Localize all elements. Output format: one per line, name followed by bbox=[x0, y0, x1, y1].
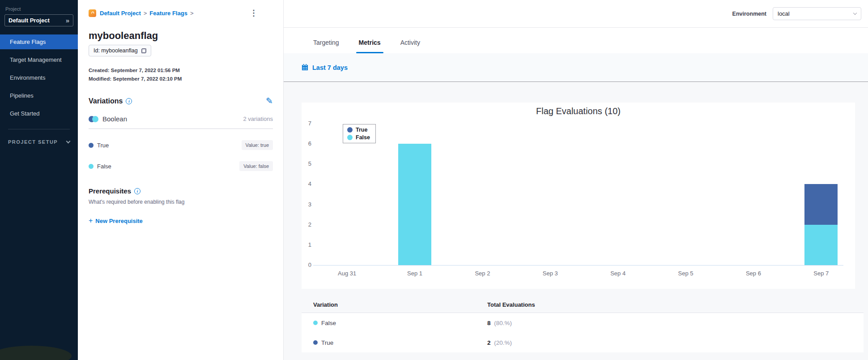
sidebar-item-pipelines[interactable]: Pipelines bbox=[0, 88, 78, 103]
y-axis-tick: 5 bbox=[302, 160, 311, 167]
table-header-total-evaluations: Total Evaluations bbox=[487, 301, 535, 308]
main-panel: Environment local Targeting Metrics Acti… bbox=[284, 0, 868, 360]
legend-item-false[interactable]: False bbox=[347, 134, 370, 141]
table-cell-variation: False bbox=[321, 320, 336, 326]
x-axis-label: Sep 3 bbox=[523, 270, 577, 277]
table-header-variation: Variation bbox=[302, 301, 487, 308]
date-range-label: Last 7 days bbox=[312, 64, 348, 71]
sidebar-item-environments[interactable]: Environments bbox=[0, 70, 78, 85]
copy-icon[interactable] bbox=[141, 48, 146, 53]
sidebar-item-get-started[interactable]: Get Started bbox=[0, 106, 78, 121]
more-options-icon[interactable]: ⋮ bbox=[250, 9, 258, 17]
info-icon[interactable]: i bbox=[134, 188, 140, 194]
environment-select[interactable]: local bbox=[773, 7, 861, 20]
x-axis-label: Sep 7 bbox=[794, 270, 848, 277]
table-row: True 2 (20.%) bbox=[302, 333, 864, 352]
edit-variations-pencil-icon[interactable]: ✎ bbox=[266, 97, 273, 105]
chevron-down-icon bbox=[853, 11, 857, 15]
chart-legend: True False bbox=[343, 124, 376, 143]
table-cell-count: 2 bbox=[487, 339, 491, 346]
created-timestamp: Created: September 7, 2022 01:56 PM bbox=[89, 66, 273, 75]
flag-id-text: Id: mybooleanflag bbox=[94, 47, 138, 54]
variation-name: True bbox=[97, 142, 109, 149]
boolean-variation-icon bbox=[89, 116, 98, 122]
false-color-dot bbox=[89, 164, 94, 169]
legend-false-label: False bbox=[356, 134, 370, 141]
true-color-dot bbox=[313, 340, 318, 345]
breadcrumb-separator: > bbox=[144, 10, 147, 17]
bar-true-sep-7 bbox=[804, 184, 838, 224]
project-sidebar: Project Default Project » Feature Flags … bbox=[0, 0, 78, 360]
breadcrumb-separator: > bbox=[190, 10, 194, 17]
project-setup-toggle[interactable]: PROJECT SETUP bbox=[8, 139, 70, 145]
sidebar-decoration bbox=[0, 346, 72, 360]
environment-header: Environment local bbox=[284, 0, 868, 28]
y-axis-tick: 1 bbox=[302, 241, 311, 248]
variations-heading: Variations bbox=[89, 97, 123, 105]
tab-targeting[interactable]: Targeting bbox=[313, 39, 339, 53]
flag-id-chip[interactable]: Id: mybooleanflag bbox=[89, 45, 151, 56]
variation-row-false: False Value: false bbox=[89, 161, 273, 171]
table-cell-variation: True bbox=[321, 339, 333, 346]
environment-value: local bbox=[778, 10, 790, 17]
new-prerequisite-button[interactable]: + New Prerequisite bbox=[89, 217, 143, 225]
legend-true-dot bbox=[347, 127, 353, 133]
x-axis-label: Aug 31 bbox=[320, 270, 374, 277]
flag-timestamps: Created: September 7, 2022 01:56 PM Modi… bbox=[89, 66, 273, 83]
y-axis-tick: 3 bbox=[302, 201, 311, 208]
legend-false-dot bbox=[347, 135, 353, 140]
x-axis-label: Sep 2 bbox=[455, 270, 509, 277]
info-icon[interactable]: i bbox=[126, 98, 132, 104]
breadcrumb-feature-flags[interactable]: Feature Flags bbox=[149, 10, 187, 17]
project-label: Project bbox=[5, 6, 78, 12]
variation-type-label: Boolean bbox=[102, 115, 127, 123]
feature-flags-logo-icon bbox=[89, 9, 96, 17]
section-gap bbox=[302, 289, 868, 296]
table-cell-percent: (20.%) bbox=[494, 339, 512, 346]
project-selector[interactable]: Default Project » bbox=[4, 14, 73, 26]
plus-icon: + bbox=[89, 217, 93, 225]
variation-row-true: True Value: true bbox=[89, 140, 273, 150]
breadcrumb: Default Project > Feature Flags > bbox=[89, 9, 193, 17]
table-cell-count: 8 bbox=[487, 320, 491, 326]
tab-metrics[interactable]: Metrics bbox=[359, 39, 381, 53]
y-axis-tick: 7 bbox=[302, 120, 311, 127]
environment-label: Environment bbox=[732, 11, 766, 17]
x-axis-label: Sep 4 bbox=[591, 270, 645, 277]
sidebar-item-target-management[interactable]: Target Management bbox=[0, 52, 78, 67]
true-color-dot bbox=[89, 143, 94, 148]
flag-tabs: Targeting Metrics Activity bbox=[284, 28, 868, 53]
sidebar-divider bbox=[8, 129, 70, 129]
false-color-dot bbox=[313, 321, 318, 325]
evaluations-table: Variation Total Evaluations False 8 (80.… bbox=[302, 296, 864, 352]
x-axis-label: Sep 6 bbox=[727, 270, 780, 277]
variation-value-badge: Value: false bbox=[239, 161, 273, 171]
modified-timestamp: Modified: September 7, 2022 02:10 PM bbox=[89, 75, 273, 83]
prerequisites-description: What's required before enabling this fla… bbox=[89, 199, 273, 205]
legend-true-label: True bbox=[356, 127, 367, 133]
y-axis-tick: 6 bbox=[302, 140, 311, 147]
table-row: False 8 (80.%) bbox=[302, 313, 864, 333]
x-axis-label: Sep 5 bbox=[659, 270, 713, 277]
calendar-icon bbox=[302, 64, 308, 71]
double-chevron-right-icon: » bbox=[66, 17, 69, 24]
breadcrumb-default-project[interactable]: Default Project bbox=[100, 10, 141, 17]
flag-detail-panel: Default Project > Feature Flags > ⋮ mybo… bbox=[78, 0, 284, 360]
date-range-filter[interactable]: Last 7 days bbox=[284, 53, 868, 82]
table-header-row: Variation Total Evaluations bbox=[302, 296, 864, 313]
chart-title: Flag Evaluations (10) bbox=[302, 106, 855, 116]
flag-title: mybooleanflag bbox=[89, 30, 273, 42]
variation-name: False bbox=[97, 163, 111, 170]
variation-type-row: Boolean 2 variations bbox=[89, 115, 273, 129]
y-axis-tick: 2 bbox=[302, 221, 311, 228]
variation-value-badge: Value: true bbox=[242, 140, 273, 150]
project-setup-label: PROJECT SETUP bbox=[8, 139, 58, 145]
sidebar-item-feature-flags[interactable]: Feature Flags bbox=[0, 34, 78, 49]
chart-card: Flag Evaluations (10) True False 0123456… bbox=[302, 103, 855, 289]
bar-false-sep-7 bbox=[804, 225, 838, 265]
bar-false-sep-1 bbox=[398, 144, 431, 265]
new-prerequisite-label: New Prerequisite bbox=[95, 218, 143, 224]
legend-item-true[interactable]: True bbox=[347, 127, 370, 133]
tab-activity[interactable]: Activity bbox=[400, 39, 420, 53]
y-axis-tick: 4 bbox=[302, 180, 311, 187]
